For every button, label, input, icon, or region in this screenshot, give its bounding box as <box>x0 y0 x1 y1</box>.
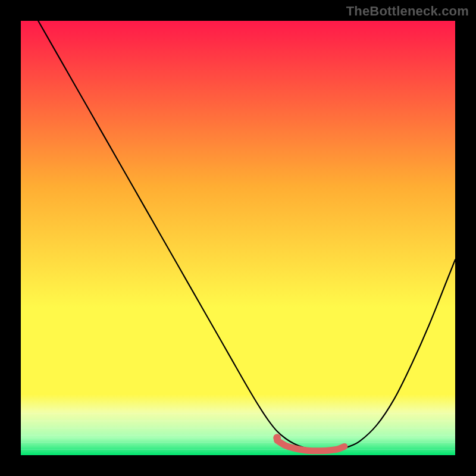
svg-rect-3 <box>21 435 455 436</box>
bottleneck-chart <box>21 21 455 455</box>
svg-rect-2 <box>21 442 455 443</box>
chart-frame: TheBottleneck.com <box>0 0 476 476</box>
watermark-text: TheBottleneck.com <box>346 4 469 19</box>
svg-rect-6 <box>21 414 455 414</box>
plot-area <box>21 21 455 455</box>
svg-point-7 <box>273 434 281 441</box>
svg-rect-0 <box>21 21 455 455</box>
svg-rect-1 <box>21 449 455 450</box>
svg-rect-5 <box>21 421 455 421</box>
svg-rect-4 <box>21 428 455 428</box>
